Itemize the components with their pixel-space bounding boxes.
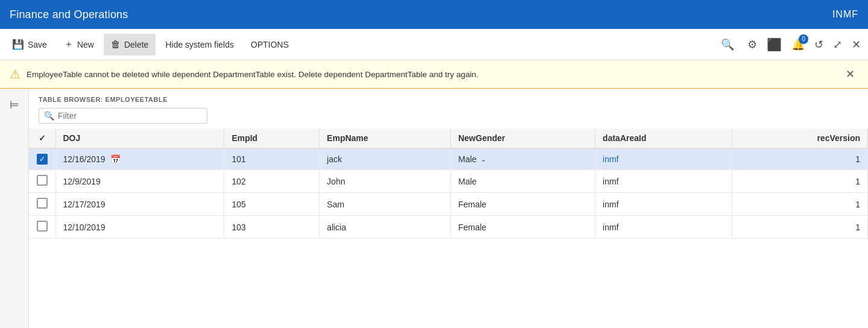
main-area: TABLE BROWSER: EMPLOYEETABLE 🔍 ✓ DOJ	[29, 89, 868, 328]
table-header-bar: TABLE BROWSER: EMPLOYEETABLE 🔍	[29, 89, 868, 128]
settings-icon[interactable]: ⚙	[745, 36, 760, 54]
table-row[interactable]: 12/17/2019105SamFemaleinmf1	[29, 193, 868, 216]
row-checkbox[interactable]	[37, 198, 48, 209]
options-button[interactable]: OPTIONS	[244, 34, 296, 55]
filter-icon[interactable]: ⊨	[10, 98, 19, 112]
company-code: INMF	[832, 9, 858, 20]
external-link-icon[interactable]: ⤢	[831, 36, 844, 54]
cell-empname: jack	[319, 148, 451, 170]
employee-table: ✓ DOJ EmpId EmpName NewGender dataAreaId…	[29, 128, 868, 239]
warning-banner: ⚠ EmployeeTable cannot be deleted while …	[0, 60, 868, 89]
cell-recversion: 1	[732, 170, 867, 193]
col-header-recversion[interactable]: recVersion	[732, 128, 867, 148]
cell-dataareaid: inmf	[595, 216, 732, 239]
col-header-doj[interactable]: DOJ	[55, 128, 224, 148]
close-icon[interactable]: ✕	[849, 36, 863, 54]
cell-empid: 101	[224, 148, 319, 170]
table-container: ✓ DOJ EmpId EmpName NewGender dataAreaId…	[29, 128, 868, 328]
cell-gender: Male	[451, 170, 596, 193]
row-checkbox[interactable]: ✓	[37, 154, 48, 165]
table-browser-title: TABLE BROWSER: EMPLOYEETABLE	[39, 96, 858, 103]
plus-icon: ＋	[64, 38, 74, 51]
cell-recversion: 1	[732, 148, 867, 170]
notifications-icon[interactable]: 🔔 0	[789, 36, 807, 54]
gender-dropdown-arrow[interactable]: ⌄	[480, 155, 486, 163]
col-header-newgender[interactable]: NewGender	[451, 128, 596, 148]
left-sidebar: ⊨	[0, 89, 29, 328]
col-header-empid[interactable]: EmpId	[224, 128, 319, 148]
filter-input[interactable]	[58, 111, 202, 121]
content-area: ⊨ TABLE BROWSER: EMPLOYEETABLE 🔍 ✓	[0, 89, 868, 328]
filter-search-icon: 🔍	[44, 111, 54, 121]
col-header-dataareaid[interactable]: dataAreaId	[595, 128, 732, 148]
cell-recversion: 1	[732, 216, 867, 239]
search-icon[interactable]: 🔍	[717, 34, 738, 55]
trash-icon: 🗑	[111, 39, 121, 50]
calendar-icon[interactable]: 📅	[110, 154, 121, 164]
cell-dataareaid: inmf	[595, 170, 732, 193]
toolbar-right-icons: ⚙ ⬛ 🔔 0 ↺ ⤢ ✕	[745, 35, 863, 54]
cell-empid: 105	[224, 193, 319, 216]
save-icon: 💾	[12, 39, 24, 50]
row-checkbox[interactable]	[37, 221, 48, 232]
col-header-empname[interactable]: EmpName	[319, 128, 451, 148]
cell-empname: John	[319, 170, 451, 193]
warning-message: EmployeeTable cannot be deleted while de…	[27, 70, 479, 79]
cell-empid: 103	[224, 216, 319, 239]
cell-doj: 12/17/2019	[55, 193, 224, 216]
select-all-checkbox[interactable]: ✓	[39, 133, 46, 143]
cell-gender: Female	[451, 193, 596, 216]
row-checkbox-cell[interactable]	[29, 170, 55, 193]
warning-icon: ⚠	[10, 67, 20, 81]
refresh-icon[interactable]: ↺	[812, 36, 826, 54]
filter-input-wrap[interactable]: 🔍	[39, 108, 207, 124]
table-row[interactable]: ✓12/16/2019📅101jackMale⌄inmf1	[29, 148, 868, 170]
row-checkbox-cell[interactable]: ✓	[29, 148, 55, 170]
table-row[interactable]: 12/10/2019103aliciaFemaleinmf1	[29, 216, 868, 239]
office-icon[interactable]: ⬛	[764, 35, 784, 54]
cell-doj: 12/10/2019	[55, 216, 224, 239]
cell-empid: 102	[224, 170, 319, 193]
row-checkbox-cell[interactable]	[29, 193, 55, 216]
notification-badge: 0	[799, 34, 808, 44]
warning-close-button[interactable]: ✕	[842, 66, 858, 82]
cell-empname: Sam	[319, 193, 451, 216]
row-checkbox-cell[interactable]	[29, 216, 55, 239]
cell-doj: 12/9/2019	[55, 170, 224, 193]
select-all-header[interactable]: ✓	[29, 128, 55, 148]
cell-dataareaid: inmf	[595, 193, 732, 216]
table-row[interactable]: 12/9/2019102JohnMaleinmf1	[29, 170, 868, 193]
cell-doj: 12/16/2019📅	[55, 148, 224, 170]
row-checkbox[interactable]	[37, 175, 48, 186]
title-bar: Finance and Operations INMF	[0, 0, 868, 29]
table-header-row: ✓ DOJ EmpId EmpName NewGender dataAreaId…	[29, 128, 868, 148]
toolbar: 💾 Save ＋ New 🗑 Delete Hide system fields…	[0, 29, 868, 60]
dataareaid-link[interactable]: inmf	[603, 154, 618, 164]
delete-button[interactable]: 🗑 Delete	[104, 34, 156, 55]
cell-gender: Female	[451, 216, 596, 239]
hide-system-fields-button[interactable]: Hide system fields	[158, 34, 241, 55]
app-title: Finance and Operations	[10, 8, 128, 21]
new-button[interactable]: ＋ New	[57, 34, 101, 55]
cell-dataareaid: inmf	[595, 148, 732, 170]
save-button[interactable]: 💾 Save	[5, 34, 54, 55]
toolbar-search[interactable]: 🔍	[717, 34, 738, 55]
cell-gender: Male⌄	[451, 148, 596, 170]
cell-empname: alicia	[319, 216, 451, 239]
cell-recversion: 1	[732, 193, 867, 216]
